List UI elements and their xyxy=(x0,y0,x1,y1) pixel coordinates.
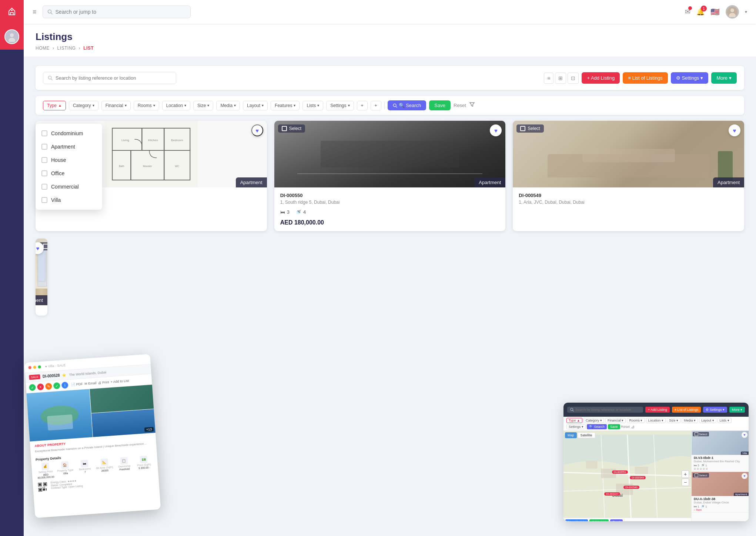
filter-size-tag[interactable]: Size ▾ xyxy=(193,101,213,110)
map-financial-filter[interactable]: Financial ▾ xyxy=(605,418,626,423)
map-type-filter[interactable]: Type ▲ xyxy=(566,418,582,423)
filter-settings-tag[interactable]: Settings ▾ xyxy=(326,101,354,110)
map-listing-item-2[interactable]: Select ♥ Apartment DU-A-1bdr-38 Dubai, D… xyxy=(692,472,749,513)
checkbox-house[interactable] xyxy=(41,157,47,163)
dropdown-item-condominium[interactable]: Condominium xyxy=(36,127,102,140)
menu-icon[interactable]: ≡ xyxy=(33,8,37,16)
language-button[interactable]: 🇺🇸 xyxy=(710,7,720,16)
dropdown-item-apartment[interactable]: Apartment xyxy=(36,140,102,153)
brochure-btn-red[interactable]: × xyxy=(37,383,44,390)
map-pin-1[interactable]: DI-000551 xyxy=(612,470,628,474)
map-layout-filter[interactable]: Layout ▾ xyxy=(699,418,716,423)
user-chevron[interactable]: ▾ xyxy=(745,9,747,14)
map-more-btn[interactable]: More ▾ xyxy=(729,407,745,413)
dropdown-item-office[interactable]: Office xyxy=(36,167,102,180)
add-to-list-map-btn[interactable]: Add to List xyxy=(589,519,609,521)
map-rooms-filter[interactable]: Rooms ▾ xyxy=(627,418,645,423)
map-add-listing-btn[interactable]: + Add Listing xyxy=(645,407,670,413)
map-listing-fav-1[interactable]: ♥ xyxy=(742,432,747,438)
map-save-btn[interactable]: Save xyxy=(608,424,620,429)
dropdown-item-villa[interactable]: Villa xyxy=(36,193,102,207)
sidebar-avatar[interactable] xyxy=(4,29,19,44)
settings-button[interactable]: ⚙ Settings ▾ xyxy=(671,72,709,84)
filter-media-tag[interactable]: Media ▾ xyxy=(216,101,240,110)
filter-rooms-tag[interactable]: Rooms ▾ xyxy=(134,101,159,110)
fav-button-3[interactable]: ♥ xyxy=(729,124,740,136)
view-grid-button[interactable]: ⊞ xyxy=(555,73,566,84)
zoom-in-btn[interactable]: + xyxy=(682,470,689,478)
map-reset-btn[interactable]: Reset xyxy=(621,425,630,429)
map-media-filter[interactable]: Media ▾ xyxy=(682,418,698,423)
brochure-email-btn[interactable]: ✉ Email xyxy=(84,381,97,386)
brochure-print-btn[interactable]: 🖨 Print xyxy=(98,380,109,385)
brochure-btn-green[interactable]: ✓ xyxy=(29,384,36,391)
header-search-input[interactable] xyxy=(56,9,186,15)
filter-layout-tag[interactable]: Layout ▾ xyxy=(243,101,268,110)
zoom-out-btn[interactable]: − xyxy=(682,479,689,486)
filter-location-tag[interactable]: Location ▾ xyxy=(162,101,190,110)
select-button-3[interactable]: Select xyxy=(516,124,543,133)
map-search-input[interactable] xyxy=(575,408,640,412)
listing-search-bar[interactable] xyxy=(43,72,176,84)
brochure-btn-blue[interactable]: i xyxy=(61,382,68,389)
filter-icon-button[interactable] xyxy=(469,101,475,109)
map-settings-btn[interactable]: ⚙ Settings ▾ xyxy=(703,407,727,413)
map-category-filter[interactable]: Category ▾ xyxy=(583,418,604,423)
reset-filter-button[interactable]: Reset xyxy=(454,103,466,108)
dropdown-item-commercial[interactable]: Commercial xyxy=(36,180,102,193)
filter-financial-tag[interactable]: Financial ▾ xyxy=(101,101,131,110)
header-search-bar[interactable] xyxy=(43,6,191,18)
map-tab-satellite[interactable]: Satellite xyxy=(578,432,595,438)
add-listing-button[interactable]: + Add Listing xyxy=(582,72,620,84)
brochure-addlist-btn[interactable]: + Add to List xyxy=(110,379,129,384)
checkbox-apartment[interactable] xyxy=(41,144,47,150)
breadcrumb-home[interactable]: HOME xyxy=(36,46,50,51)
view-map-button[interactable]: ⊡ xyxy=(568,73,579,84)
search-filter-button[interactable]: 🔍 Search xyxy=(388,100,426,110)
map-tab-map[interactable]: Map xyxy=(565,432,577,438)
mass-update-btn[interactable]: Mass Update xyxy=(565,519,588,521)
breadcrumb-listing[interactable]: LISTING xyxy=(57,46,76,51)
map-listing-fav-2[interactable]: ♥ xyxy=(742,473,747,479)
map-location-filter[interactable]: Location ▾ xyxy=(646,418,666,423)
brochure-pdf-btn[interactable]: 📄 PDF xyxy=(71,382,83,387)
more-button[interactable]: More ▾ xyxy=(711,72,737,84)
brochure-btn-orange[interactable]: ✎ xyxy=(45,383,52,390)
map-search-filter-btn[interactable]: 🔍 Search xyxy=(587,424,607,429)
filter-lists-tag[interactable]: Lists ▾ xyxy=(302,101,323,110)
notification-button[interactable]: 1 🔔 xyxy=(696,8,705,16)
filter-features-tag[interactable]: Features ▾ xyxy=(271,101,300,110)
save-filter-button[interactable]: Save xyxy=(429,100,451,110)
checkbox-villa[interactable] xyxy=(41,197,47,203)
map-size-filter[interactable]: Size ▾ xyxy=(667,418,680,423)
filter-category-tag[interactable]: Category ▾ xyxy=(69,101,98,110)
map-listing-select-1[interactable]: Select xyxy=(693,432,709,436)
list-of-listings-button[interactable]: ≡ List of Listings xyxy=(623,72,668,84)
map-listing-item-1[interactable]: Select ♥ Villa DI.V3-0bdr-1 Dubai, Moham… xyxy=(692,431,749,472)
checkbox-condominium[interactable] xyxy=(41,130,47,136)
map-lists-filter[interactable]: Lists ▾ xyxy=(717,418,732,423)
dropdown-item-house[interactable]: House xyxy=(36,153,102,167)
filter-add-tag-2[interactable]: + xyxy=(371,101,381,110)
brochure-btn-check[interactable]: ✓ xyxy=(53,382,60,389)
mail-button[interactable]: ✉ xyxy=(685,8,690,16)
map-settings-filter[interactable]: Settings ▾ xyxy=(566,424,586,429)
view-list-button[interactable]: ≡ xyxy=(544,73,553,84)
map-pin-4[interactable]: DI-000227 xyxy=(604,492,620,496)
map-widget-search-bar[interactable] xyxy=(567,407,643,413)
user-avatar[interactable] xyxy=(726,5,739,19)
map-listing-select-2[interactable]: Select xyxy=(693,473,709,477)
map-listing-share-1[interactable]: ⊙ ⊙ ⊙ ⊙ ⊙ xyxy=(694,467,708,470)
map-pin-3[interactable]: DI-000546 xyxy=(623,486,639,489)
sidebar-logo[interactable] xyxy=(0,0,24,24)
fav-button-1[interactable]: ♥ xyxy=(251,124,263,136)
checkbox-commercial[interactable] xyxy=(41,184,47,190)
email-map-btn[interactable]: Email xyxy=(610,519,623,521)
select-button-2[interactable]: Select xyxy=(278,124,305,133)
listing-search-input[interactable] xyxy=(56,75,171,81)
map-list-listings-btn[interactable]: ≡ List of Listings xyxy=(672,407,701,413)
filter-add-tag-1[interactable]: + xyxy=(357,101,368,110)
map-pin-2[interactable]: DI-000549 xyxy=(630,476,646,479)
filter-type-tag[interactable]: Type ▲ xyxy=(43,101,66,110)
checkbox-office[interactable] xyxy=(41,170,47,176)
